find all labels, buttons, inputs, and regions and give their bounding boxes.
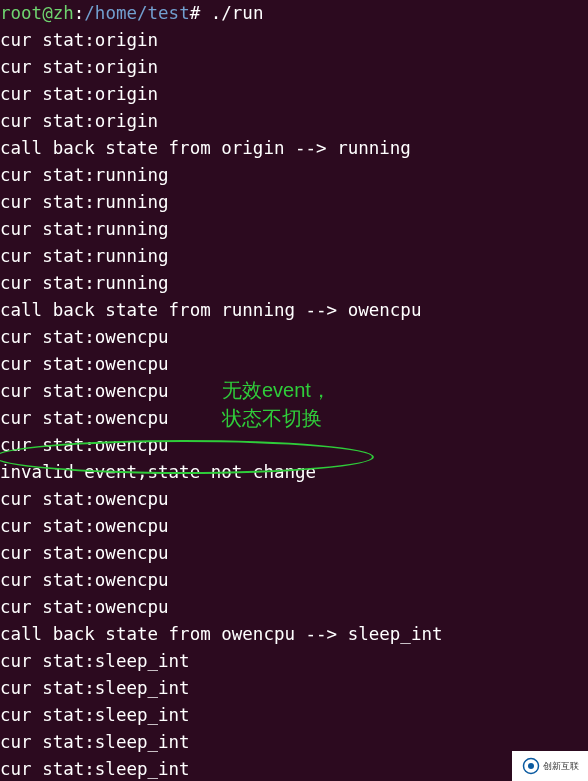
prompt-command: ./run xyxy=(200,3,263,23)
output-line: cur stat:owencpu xyxy=(0,513,588,540)
output-line: cur stat:owencpu xyxy=(0,567,588,594)
prompt-sep2: # xyxy=(190,3,201,23)
output-line: cur stat:running xyxy=(0,162,588,189)
output-line: cur stat:origin xyxy=(0,81,588,108)
output-line: cur stat:owencpu xyxy=(0,351,588,378)
output-line: cur stat:running xyxy=(0,243,588,270)
watermark-text: 创新互联 xyxy=(543,761,579,771)
output-line: cur stat:sleep_int xyxy=(0,675,588,702)
output-line: cur stat:owencpu xyxy=(0,324,588,351)
watermark-badge: 创新互联 xyxy=(512,751,588,781)
output-line: cur stat:owencpu xyxy=(0,378,588,405)
output-line: cur stat:sleep_int xyxy=(0,729,588,756)
output-line: call back state from owencpu --> sleep_i… xyxy=(0,621,588,648)
svg-point-1 xyxy=(528,763,534,769)
output-line: cur stat:running xyxy=(0,216,588,243)
prompt-line: root@zh:/home/test# ./run xyxy=(0,0,588,27)
output-line: cur stat:owencpu xyxy=(0,486,588,513)
output-line: cur stat:sleep_int xyxy=(0,648,588,675)
prompt-sep1: : xyxy=(74,3,85,23)
output-line: cur stat:owencpu xyxy=(0,540,588,567)
prompt-user-host: root@zh xyxy=(0,3,74,23)
terminal-output: root@zh:/home/test# ./run cur stat:origi… xyxy=(0,0,588,781)
output-line: cur stat:owencpu xyxy=(0,594,588,621)
output-line: cur stat:origin xyxy=(0,27,588,54)
output-line: cur stat:sleep_int xyxy=(0,756,588,781)
output-line: cur stat:running xyxy=(0,189,588,216)
output-line: call back state from running --> owencpu xyxy=(0,297,588,324)
output-line: cur stat:running xyxy=(0,270,588,297)
output-line: call back state from origin --> running xyxy=(0,135,588,162)
output-line: cur stat:owencpu xyxy=(0,405,588,432)
watermark-logo-icon xyxy=(522,757,540,775)
output-line: cur stat:owencpu xyxy=(0,432,588,459)
output-line-highlighted: invalid event,state not change xyxy=(0,459,588,486)
output-line: cur stat:origin xyxy=(0,108,588,135)
output-line: cur stat:sleep_int xyxy=(0,702,588,729)
output-line: cur stat:origin xyxy=(0,54,588,81)
prompt-path: /home/test xyxy=(84,3,189,23)
